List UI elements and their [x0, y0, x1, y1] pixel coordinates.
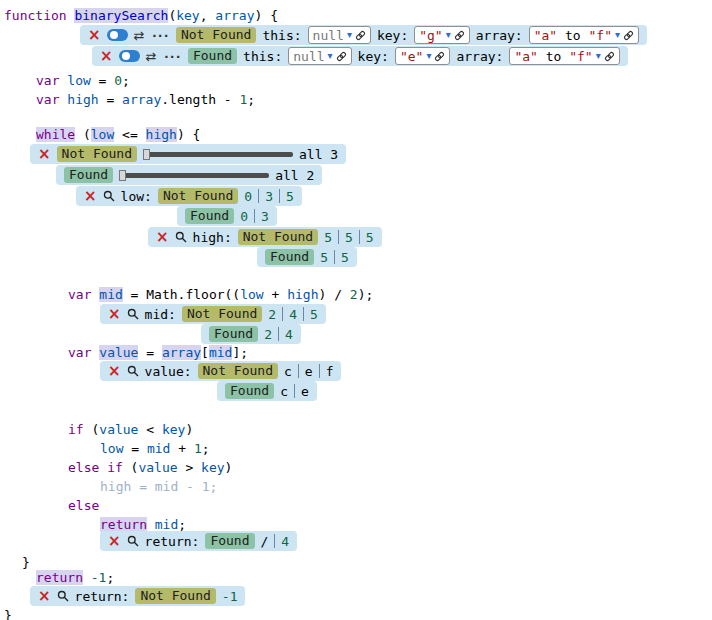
token-plain: to: [557, 28, 588, 43]
example-active-toggle[interactable]: [119, 50, 140, 62]
token-plain: to: [538, 49, 569, 64]
link-icon[interactable]: [355, 30, 366, 41]
probe-value: 4: [289, 307, 297, 322]
close-icon[interactable]: ×: [84, 189, 97, 204]
param-dropdown-key[interactable]: "e" ▾: [395, 47, 451, 65]
caret-down-icon: ▾: [615, 30, 620, 40]
token-plain: ) {: [177, 127, 200, 142]
slider-handle[interactable]: [119, 170, 126, 181]
iteration-slider[interactable]: [119, 173, 269, 178]
token-plain: >: [178, 460, 201, 475]
swap-arrows-icon[interactable]: ⇄: [134, 29, 145, 42]
probe-row-low-found: Found 03: [177, 206, 277, 226]
example-name-badge[interactable]: Not Found: [176, 27, 256, 43]
token-localvar: value: [99, 422, 138, 437]
token-string: "a": [534, 28, 557, 43]
value-separator: [282, 307, 283, 321]
token-plain: ;: [202, 441, 210, 456]
close-icon[interactable]: ×: [100, 49, 113, 64]
link-icon[interactable]: [623, 30, 634, 41]
token-localvar: low: [67, 73, 90, 88]
probe-value: 0: [244, 189, 252, 204]
close-icon[interactable]: ×: [88, 28, 101, 43]
token-plain: [83, 570, 91, 585]
param-dropdown-this[interactable]: null ▾: [288, 47, 351, 65]
probe-row-high-found: Found 55: [257, 247, 357, 267]
close-icon[interactable]: ×: [108, 534, 121, 549]
code-line-close-fn: }: [4, 606, 12, 620]
probe-value: c: [284, 364, 292, 379]
value-separator: [294, 384, 295, 398]
probe-value: 5: [310, 307, 318, 322]
probe-value: 5: [345, 230, 353, 245]
probe-value: c: [280, 384, 288, 399]
token-localvar: value: [138, 460, 177, 475]
more-options-icon[interactable]: ···: [150, 28, 169, 43]
token-keyword: else: [68, 498, 99, 513]
value-separator: [359, 230, 360, 244]
probe-value: -1: [222, 589, 238, 604]
code-line-high-assign-dead: high = mid - 1;: [100, 477, 217, 496]
close-icon[interactable]: ×: [108, 307, 121, 322]
token-plain: [: [201, 345, 209, 360]
code-editor: function binarySearch(key, array) { × ⇄ …: [0, 0, 712, 620]
token-keyword: var: [36, 92, 67, 107]
probe-row-value-found: Found ce: [217, 381, 317, 401]
param-dropdown-array[interactable]: "a" to "f" ▾: [529, 26, 639, 44]
token-localvar: mid: [99, 287, 122, 302]
param-label-key: key:: [377, 28, 408, 43]
close-icon[interactable]: ×: [38, 589, 51, 604]
close-icon[interactable]: ×: [108, 364, 121, 379]
param-dropdown-array[interactable]: "a" to "f" ▾: [509, 47, 619, 65]
badge-not-found: Not Found: [135, 588, 215, 604]
token-plain: ;: [106, 570, 114, 585]
token-plain: =: [99, 92, 122, 107]
token-number: 0: [114, 73, 122, 88]
token-number: -1: [91, 570, 107, 585]
token-number: 1: [194, 441, 202, 456]
token-number: 2: [350, 287, 358, 302]
probe-values: cef: [284, 364, 333, 379]
link-icon[interactable]: [434, 51, 445, 62]
slider-handle[interactable]: [143, 149, 150, 160]
token-plain: [99, 460, 107, 475]
token-plain: ): [185, 422, 193, 437]
param-value-key: "e": [400, 49, 423, 64]
probe-values: ce: [280, 384, 309, 399]
probe-value: f: [326, 364, 334, 379]
token-keyword: return: [100, 517, 147, 532]
more-options-icon[interactable]: ···: [162, 49, 181, 64]
token-plain: =: [138, 345, 161, 360]
value-separator: [334, 250, 335, 264]
param-dropdown-this[interactable]: null ▾: [308, 26, 371, 44]
probe-value: 5: [320, 250, 328, 265]
iteration-slider[interactable]: [143, 152, 293, 157]
example-name-badge[interactable]: Found: [188, 48, 237, 64]
token-number: 1: [202, 479, 210, 494]
token-localvar: array: [162, 345, 201, 360]
swap-arrows-icon[interactable]: ⇄: [146, 50, 157, 63]
magnifier-icon: [57, 590, 69, 602]
probe-row-low-not-found: × low: Not Found 035: [76, 186, 302, 206]
code-line-if: if (value < key): [68, 420, 193, 439]
param-label-this: this:: [243, 49, 282, 64]
magnifier-icon: [127, 365, 139, 377]
toggle-knob: [110, 31, 118, 39]
token-plain: [147, 517, 155, 532]
token-keyword: return: [36, 570, 83, 585]
loop-slider-row-not-found: × Not Found all 3: [30, 144, 346, 164]
token-keyword: var: [68, 345, 99, 360]
probe-values: 24: [264, 327, 293, 342]
value-separator: [338, 230, 339, 244]
param-value-array: "a" to "f": [534, 28, 612, 43]
example-active-toggle[interactable]: [107, 29, 128, 41]
param-label-array: array:: [456, 49, 503, 64]
param-dropdown-key[interactable]: "g" ▾: [414, 26, 470, 44]
close-icon[interactable]: ×: [156, 230, 169, 245]
link-icon[interactable]: [454, 30, 465, 41]
link-icon[interactable]: [336, 51, 347, 62]
close-icon[interactable]: ×: [38, 147, 51, 162]
token-keyword: var: [36, 73, 67, 88]
value-separator: [278, 327, 279, 341]
link-icon[interactable]: [604, 51, 615, 62]
